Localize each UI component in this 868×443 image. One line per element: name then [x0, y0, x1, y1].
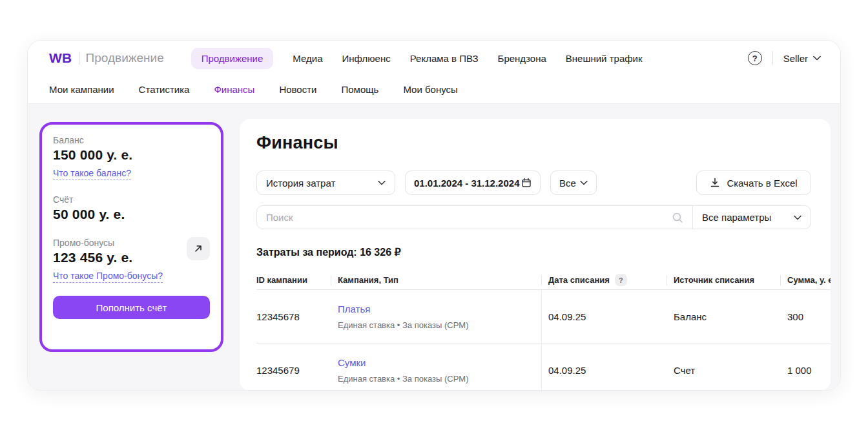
tab-external-traffic[interactable]: Внешний трафик — [566, 53, 643, 64]
search-row: Все параметры — [256, 205, 811, 229]
product-name: Продвижение — [86, 51, 164, 65]
cell-amount: 1 000 — [781, 365, 831, 376]
col-campaign-id: ID кампании — [256, 275, 331, 285]
subnav-my-bonuses[interactable]: Мои бонусы — [403, 84, 457, 95]
col-amount: Сумма, у. е. — [781, 275, 831, 285]
cell-campaign: Сумки Единая ставка • За показы (CPM) — [331, 344, 542, 391]
app-window: WB Продвижение Продвижение Медиа Инфлюен… — [27, 40, 841, 391]
expenses-table: ID кампании Кампания, Тип Дата списания … — [256, 271, 831, 391]
content-area: Баланс 150 000 у. е. Что такое баланс? С… — [28, 104, 840, 391]
cell-date: 04.09.25 — [542, 311, 667, 322]
logo-divider — [79, 52, 79, 65]
balance-value: 150 000 у. е. — [53, 147, 210, 163]
date-help-icon[interactable]: ? — [615, 274, 627, 286]
cell-amount: 300 — [781, 311, 831, 322]
cell-campaign: Платья Единая ставка • За показы (CPM) — [331, 290, 542, 343]
col-date: Дата списания ? — [542, 275, 667, 285]
balance-card: Баланс 150 000 у. е. Что такое баланс? С… — [39, 122, 223, 352]
cell-source: Счет — [667, 365, 781, 376]
calendar-icon — [521, 178, 532, 188]
tab-influence[interactable]: Инфлюенс — [342, 53, 391, 64]
campaign-type: Единая ставка • За показы (CPM) — [338, 320, 541, 330]
campaign-type: Единая ставка • За показы (CPM) — [338, 374, 541, 384]
balance-block: Баланс 150 000 у. е. Что такое баланс? — [53, 135, 210, 180]
excel-button-label: Скачать в Excel — [727, 178, 797, 189]
top-nav: WB Продвижение Продвижение Медиа Инфлюен… — [28, 41, 840, 76]
history-select-value: История затрат — [266, 178, 335, 189]
history-select[interactable]: История затрат — [256, 170, 395, 195]
tab-pvz-ads[interactable]: Реклама в ПВЗ — [410, 53, 479, 64]
promo-texts: Промо-бонусы 123 456 у. е. — [53, 236, 132, 265]
cell-date: 04.09.25 — [542, 365, 667, 376]
sub-nav: Мои кампании Статистика Финансы Новости … — [28, 76, 840, 104]
chevron-down-icon — [580, 180, 588, 185]
account-label: Счёт — [53, 194, 210, 205]
topup-button[interactable]: Пополнить счёт — [53, 296, 210, 319]
search-input[interactable] — [266, 212, 665, 223]
period-total: Затраты за период: 16 326 ₽ — [256, 246, 831, 258]
subnav-finances[interactable]: Финансы — [214, 84, 254, 95]
subnav-my-campaigns[interactable]: Мои кампании — [49, 84, 114, 95]
cell-source: Баланс — [667, 311, 781, 322]
campaign-link[interactable]: Сумки — [338, 357, 541, 368]
search-icon — [672, 212, 683, 223]
table-row: 12345678 Платья Единая ставка • За показ… — [256, 290, 831, 344]
tab-brandzone[interactable]: Брендзона — [498, 53, 546, 64]
campaign-link[interactable]: Платья — [338, 304, 541, 314]
col-date-label: Дата списания — [548, 275, 610, 285]
account-label: Seller — [783, 53, 808, 64]
balance-info-link[interactable]: Что такое баланс? — [53, 168, 131, 180]
chevron-down-icon — [378, 180, 386, 185]
cell-campaign-id: 12345679 — [256, 365, 331, 376]
tab-promotion[interactable]: Продвижение — [191, 48, 274, 69]
top-nav-tabs: Продвижение Медиа Инфлюенс Реклама в ПВЗ… — [191, 48, 643, 69]
search-box — [257, 206, 692, 229]
top-nav-right: ? Seller — [748, 51, 821, 65]
arrow-up-right-icon — [194, 244, 203, 253]
finances-card: Финансы История затрат 01.01.2024 - 31.1… — [240, 119, 831, 391]
promo-open-button[interactable] — [187, 237, 210, 260]
download-icon — [710, 178, 720, 188]
promo-info-link[interactable]: Что такое Промо-бонусы? — [53, 271, 163, 283]
chevron-down-icon — [813, 56, 821, 61]
account-menu[interactable]: Seller — [783, 53, 821, 64]
filter-row: История затрат 01.01.2024 - 31.12.2024 В… — [256, 170, 811, 195]
col-campaign-type: Кампания, Тип — [331, 275, 542, 285]
date-range-value: 01.01.2024 - 31.12.2024 — [414, 178, 519, 189]
wb-logo: WB — [49, 50, 72, 66]
help-icon[interactable]: ? — [748, 51, 762, 65]
cell-campaign-id: 12345678 — [256, 311, 331, 322]
scope-select-value: Все — [559, 178, 576, 189]
promo-value: 123 456 у. е. — [53, 250, 132, 265]
download-excel-button[interactable]: Скачать в Excel — [696, 170, 811, 195]
promo-label: Промо-бонусы — [53, 238, 132, 248]
scope-select[interactable]: Все — [550, 170, 597, 195]
subnav-news[interactable]: Новости — [279, 84, 316, 95]
parameters-select[interactable]: Все параметры — [692, 206, 811, 229]
subnav-statistics[interactable]: Статистика — [139, 84, 190, 95]
balance-label: Баланс — [53, 135, 210, 145]
account-value: 50 000 у. е. — [53, 207, 210, 222]
date-range-picker[interactable]: 01.01.2024 - 31.12.2024 — [405, 170, 541, 195]
nav-divider — [772, 51, 773, 65]
brand-logo: WB Продвижение — [49, 50, 164, 66]
account-block: Счёт 50 000 у. е. — [53, 194, 210, 222]
col-source: Источник списания — [667, 275, 781, 285]
page-title: Финансы — [256, 133, 831, 153]
chevron-down-icon — [794, 215, 801, 220]
promo-row: Промо-бонусы 123 456 у. е. — [53, 236, 210, 265]
subnav-help[interactable]: Помощь — [341, 84, 378, 95]
parameters-select-value: Все параметры — [702, 212, 771, 223]
promo-block: Промо-бонусы 123 456 у. е. Что такое Про… — [53, 236, 210, 283]
table-header: ID кампании Кампания, Тип Дата списания … — [256, 271, 831, 290]
tab-media[interactable]: Медиа — [293, 53, 322, 64]
table-row: 12345679 Сумки Единая ставка • За показы… — [256, 344, 831, 391]
